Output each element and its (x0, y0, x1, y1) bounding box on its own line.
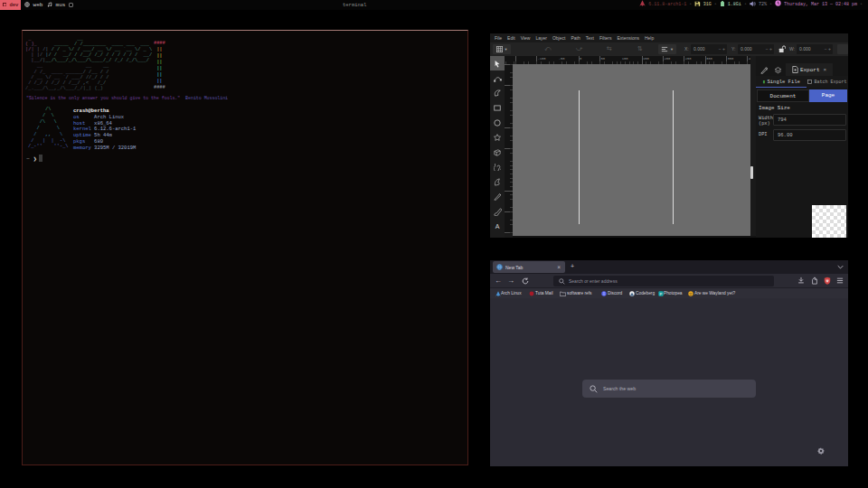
svg-text:P: P (660, 291, 663, 296)
